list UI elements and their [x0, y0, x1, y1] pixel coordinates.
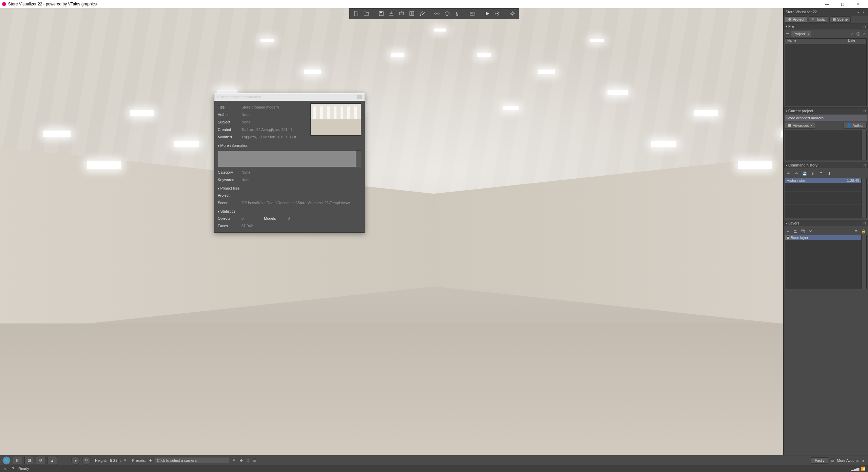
more-information-section[interactable]: More information CategoryNone KeywordsNo…	[218, 142, 361, 183]
statistics-section[interactable]: Statistics Objects0 Models0 Faces37 942	[218, 208, 361, 230]
close-icon[interactable]	[357, 95, 362, 99]
grid-icon: ▦	[788, 123, 791, 127]
undo-button[interactable]: ↶	[785, 170, 792, 177]
pin-icon[interactable]: ⊓	[863, 221, 866, 225]
camera-list-button[interactable]: ☰	[252, 458, 257, 463]
folder-layer-button[interactable]: 🗀	[792, 228, 798, 234]
history-list[interactable]: History start1:38:49 πμ	[785, 178, 867, 218]
lock-layers-button[interactable]: 🔒	[861, 228, 867, 234]
play-settings-button[interactable]	[493, 9, 502, 18]
open-folder-button[interactable]	[362, 9, 371, 18]
image-button[interactable]: 🖼	[24, 456, 34, 465]
render-mode-button[interactable]: ●	[71, 456, 80, 465]
tab-project[interactable]: ⚙Project	[785, 16, 807, 23]
history-item[interactable]: History start1:38:49 πμ	[785, 178, 866, 183]
created-value: Τετάρτη, 24 Δεκεμβρίου 2014 1:	[242, 127, 303, 132]
expand-icon[interactable]: ⤢	[850, 32, 854, 36]
project-files-toggle[interactable]: Project files	[218, 185, 361, 192]
tab-tools[interactable]: ✎Tools	[809, 16, 828, 23]
project-dropdown[interactable]: Project	[791, 31, 811, 37]
globe-button[interactable]: 🌐	[2, 456, 11, 465]
up-button[interactable]: ⬆	[809, 170, 816, 177]
more-information-toggle[interactable]: More information	[218, 142, 361, 149]
command-history-header[interactable]: Command history⊓	[784, 162, 868, 168]
camera-dropdown[interactable]: ▾	[231, 458, 237, 463]
top-toolbar	[349, 8, 519, 19]
prev-camera-button[interactable]: ◆	[239, 458, 244, 463]
pin-icon[interactable]: ⊓	[863, 163, 866, 167]
duplicate-layer-button[interactable]: ⿻	[800, 228, 806, 234]
author-button[interactable]: 👤Author	[844, 122, 867, 129]
delete-layer-button[interactable]: ✕	[807, 228, 813, 234]
created-label: Created	[218, 127, 242, 132]
chart-icon[interactable]: ▁▃▅	[852, 466, 858, 471]
keywords-value: None	[242, 178, 361, 182]
landscape-button[interactable]: ▲	[47, 456, 57, 465]
pin-icon[interactable]: ⊓	[863, 25, 866, 28]
description-textarea[interactable]	[218, 150, 361, 167]
project-files-section[interactable]: Project files Project SceneC:\Users\Whit…	[218, 185, 361, 206]
edit-button[interactable]	[418, 9, 426, 18]
tab-scene[interactable]: ▦Scene	[829, 16, 851, 23]
help-icon[interactable]: ?	[10, 466, 16, 471]
author-value: None	[242, 113, 303, 117]
top-button[interactable]: ⤒	[817, 170, 824, 177]
refresh-button[interactable]: ⟳	[82, 456, 91, 465]
project-info-header[interactable]: Current project information	[214, 93, 365, 101]
layers-list[interactable]: Base layer✎	[785, 235, 867, 289]
export-button[interactable]	[397, 9, 406, 18]
home-icon[interactable]: ⌂	[2, 466, 7, 471]
add-layer-button[interactable]: ＋	[785, 228, 791, 234]
side-panel-title: Store Visualizer 22	[786, 10, 817, 14]
project-info-panel[interactable]: Current project information TitleStore d…	[214, 93, 365, 233]
height-dropdown[interactable]: ▾	[122, 458, 128, 463]
column-name[interactable]: Name	[785, 39, 846, 44]
signal-icon[interactable]: 📶	[861, 466, 866, 471]
next-camera-button[interactable]: ◇	[246, 458, 250, 463]
advanced-button[interactable]: ▦Advanced▾	[785, 122, 815, 129]
collapse-icon[interactable]: ◂	[856, 9, 861, 14]
link-button[interactable]	[432, 9, 441, 18]
pin-icon[interactable]: ⊓	[863, 109, 866, 113]
layer-item[interactable]: Base layer✎	[785, 235, 866, 240]
layers-header[interactable]: Layers⊓	[784, 220, 868, 226]
library-button[interactable]	[407, 9, 416, 18]
current-project-header[interactable]: Current project⊓	[784, 108, 868, 114]
edit-layer-icon[interactable]: ✎	[862, 236, 865, 240]
quality-dropdown[interactable]: Fast ▴	[811, 457, 828, 464]
light-button[interactable]	[453, 9, 462, 18]
add-preset-button[interactable]: ＋	[148, 458, 153, 463]
redo-button[interactable]: ↷	[793, 170, 800, 177]
close-button[interactable]: ✕	[850, 0, 866, 8]
statistics-toggle[interactable]: Statistics	[218, 208, 361, 215]
package-button[interactable]	[443, 9, 451, 18]
info-icon[interactable]: ⓘ	[856, 32, 861, 36]
column-date[interactable]: Date	[846, 39, 866, 44]
down-button[interactable]: ⬇	[826, 170, 832, 177]
screenshot-button[interactable]	[468, 9, 477, 18]
new-file-button[interactable]	[352, 9, 361, 18]
cube-button[interactable]: ◱	[13, 456, 22, 465]
import-button[interactable]	[387, 9, 396, 18]
file-list[interactable]: NameDate	[785, 38, 867, 106]
svg-rect-2	[400, 12, 404, 15]
more-actions-button[interactable]: More Actions	[837, 458, 859, 463]
viewport-3d[interactable]	[0, 8, 868, 472]
subject-label: Subject	[218, 120, 242, 124]
view-options-button[interactable]: ☰	[830, 458, 835, 463]
refresh-layers-button[interactable]: ⟳	[853, 228, 859, 234]
camera-select[interactable]: Click to select a camera	[155, 457, 229, 464]
file-section-header[interactable]: File⊓	[784, 23, 868, 29]
maximize-button[interactable]: ▢	[835, 0, 850, 8]
close-icon[interactable]: ✕	[862, 32, 867, 36]
save-button[interactable]	[377, 9, 386, 18]
gear-button[interactable]: ⚙	[36, 456, 45, 465]
current-project-name: Store dropped modern	[785, 115, 867, 121]
project-items-list[interactable]	[785, 130, 867, 160]
minimize-button[interactable]: —	[819, 0, 835, 8]
settings-button[interactable]	[508, 9, 517, 18]
save-history-button[interactable]: 💾	[801, 170, 808, 177]
play-button[interactable]	[483, 9, 491, 18]
more-actions-dropdown[interactable]: ▴	[861, 458, 866, 463]
pin-icon[interactable]: ▪	[861, 9, 866, 14]
